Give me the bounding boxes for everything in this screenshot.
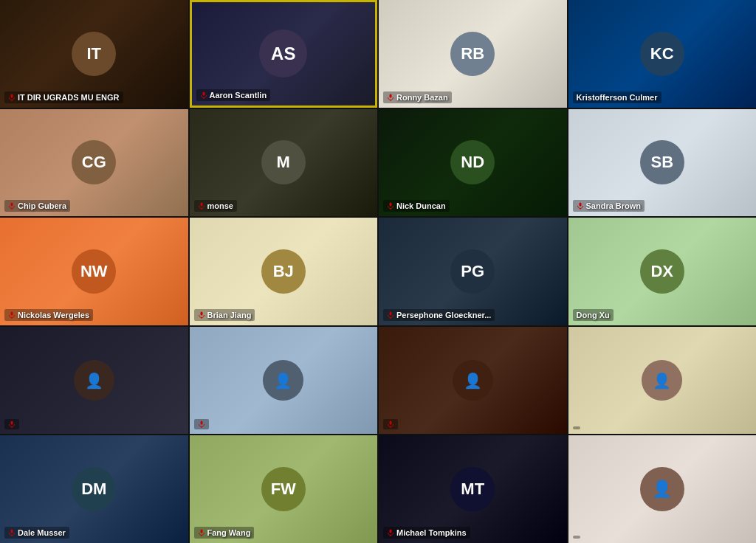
participant-cell[interactable]: IT IT DIR UGRADS MU ENGR — [0, 0, 188, 108]
svg-rect-2 — [202, 91, 205, 95]
participant-cell-nick-duncan[interactable]: ND Nick Duncan — [379, 109, 567, 217]
participant-name: Nickolas Wergeles — [4, 309, 93, 321]
participant-cell[interactable]: CG Chip Gubera — [0, 109, 188, 217]
participant-name: Ronny Bazan — [383, 91, 452, 103]
participant-cell[interactable]: 👤 — [568, 435, 757, 543]
svg-rect-14 — [11, 311, 13, 315]
svg-rect-8 — [200, 203, 202, 207]
participant-cell[interactable]: KC Kristofferson Culmer — [568, 0, 757, 108]
participant-name: Michael Tompkins — [383, 527, 470, 539]
svg-rect-10 — [390, 203, 392, 207]
svg-rect-4 — [390, 94, 392, 97]
participant-name: Fang Wang — [194, 527, 255, 539]
svg-rect-12 — [579, 203, 581, 207]
participant-cell[interactable]: M monse — [190, 109, 378, 217]
participant-cell[interactable]: 👤 — [190, 327, 378, 435]
participant-name — [573, 536, 580, 539]
participant-name — [383, 419, 398, 429]
participant-name — [4, 419, 19, 429]
participant-cell[interactable]: PG Persephone Gloeckner... — [379, 218, 567, 325]
participant-cell[interactable]: RB Ronny Bazan — [379, 0, 567, 108]
participant-cell[interactable]: 👤 — [568, 327, 757, 435]
participant-name: Sandra Brown — [573, 200, 645, 212]
svg-rect-26 — [11, 530, 13, 533]
participant-cell[interactable]: BJ Brian Jiang — [190, 218, 378, 325]
svg-rect-6 — [11, 203, 13, 207]
svg-rect-28 — [200, 530, 202, 533]
participant-name: Aaron Scantlin — [196, 89, 271, 101]
svg-rect-24 — [390, 421, 392, 425]
participant-cell[interactable]: DX Dong Xu — [568, 218, 757, 325]
participant-name: Dong Xu — [573, 309, 614, 321]
participant-name: monse — [194, 200, 237, 212]
participant-name: Persephone Gloeckner... — [383, 309, 495, 321]
participant-name: Chip Gubera — [4, 200, 70, 212]
svg-rect-22 — [200, 421, 202, 425]
participant-cell[interactable]: MT Michael Tompkins — [379, 435, 567, 543]
participant-name: Kristofferson Culmer — [573, 91, 662, 103]
participant-name — [194, 419, 209, 429]
participant-cell[interactable]: 👤 — [0, 327, 188, 435]
participant-name: IT DIR UGRADS MU ENGR — [4, 91, 123, 103]
participant-name: Dale Musser — [4, 527, 69, 539]
participant-cell[interactable]: 👤 — [379, 327, 567, 435]
svg-rect-18 — [390, 311, 392, 315]
participant-cell[interactable]: DM Dale Musser — [0, 435, 188, 543]
participant-name: Nick Duncan — [383, 200, 450, 212]
svg-rect-20 — [11, 421, 13, 425]
participant-cell-sandra-brown[interactable]: SB Sandra Brown — [568, 109, 757, 217]
svg-rect-16 — [200, 311, 202, 315]
svg-rect-30 — [390, 530, 392, 533]
participant-name — [573, 426, 580, 429]
participant-cell[interactable]: NW Nickolas Wergeles — [0, 218, 188, 325]
participant-cell[interactable]: AS Aaron Scantlin — [190, 0, 378, 108]
participant-name: Brian Jiang — [194, 309, 255, 321]
video-grid: IT IT DIR UGRADS MU ENGR AS Aaron Scantl… — [0, 0, 756, 543]
participant-cell[interactable]: FW Fang Wang — [190, 435, 378, 543]
svg-rect-0 — [11, 94, 13, 97]
